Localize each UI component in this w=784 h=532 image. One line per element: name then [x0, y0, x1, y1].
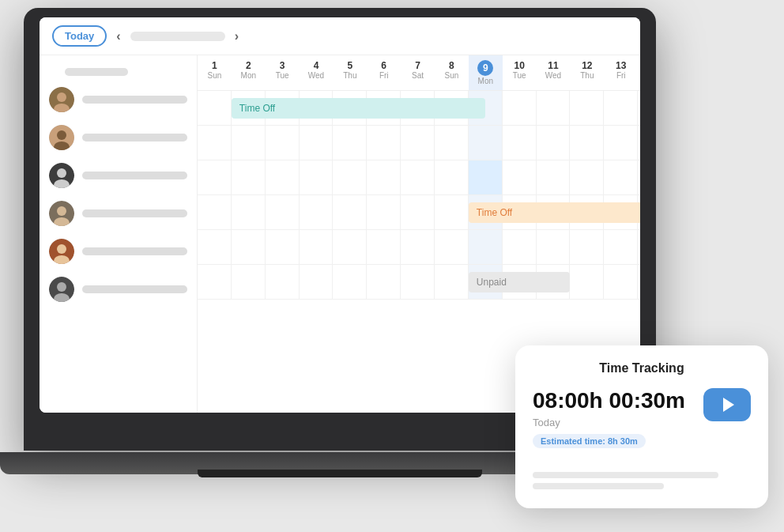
svg-point-1 [57, 92, 66, 102]
cell [570, 230, 604, 264]
cell [435, 230, 469, 264]
cell-today [469, 126, 503, 160]
cell [570, 126, 604, 160]
cell [401, 195, 435, 229]
avatar [49, 201, 74, 226]
cell [537, 160, 571, 194]
time-display: 08:00h 00:30m [533, 388, 685, 413]
sidebar-item [40, 194, 197, 232]
user-name-bar [82, 247, 187, 255]
avatar [49, 87, 74, 112]
day-header-11: 11 Wed [537, 55, 571, 90]
cell [435, 195, 469, 229]
calendar-row-6: Unpaid [198, 265, 640, 300]
cell [300, 195, 334, 229]
cell [401, 160, 435, 194]
cell [638, 160, 640, 194]
cell [503, 230, 537, 264]
cell [401, 265, 435, 299]
play-icon [723, 398, 734, 412]
svg-point-13 [57, 244, 66, 254]
cell-highlighted [469, 160, 503, 194]
day-header-6: 6 Fri [367, 55, 401, 90]
cell [198, 160, 232, 194]
cell [367, 160, 401, 194]
time-off-teal-bar: Time Off [232, 98, 485, 119]
cell [503, 160, 537, 194]
cell [638, 91, 640, 125]
cell [266, 160, 300, 194]
cell [435, 265, 469, 299]
cell [198, 126, 232, 160]
day-header-12: 12 Thu [570, 55, 604, 90]
cell [300, 126, 334, 160]
calendar-header: Today ‹ › [40, 17, 640, 55]
cell [435, 126, 469, 160]
cell [570, 265, 604, 299]
cell [401, 230, 435, 264]
calendar-row-2 [198, 126, 640, 160]
sidebar [40, 55, 198, 413]
user-name-bar [82, 96, 187, 104]
unpaid-bar: Unpaid [469, 272, 571, 292]
cell [198, 195, 232, 229]
cell [232, 160, 266, 194]
next-button[interactable]: › [235, 29, 239, 43]
cell [503, 126, 537, 160]
calendar-row-4: Time Off [198, 195, 640, 230]
cell [638, 230, 640, 264]
cell [266, 195, 300, 229]
date-range-display [130, 32, 225, 41]
day-headers: 1 Sun 2 Mon 3 Tue [198, 55, 640, 91]
cell [604, 230, 638, 264]
sidebar-item [40, 270, 197, 308]
cell [367, 230, 401, 264]
cell [604, 160, 638, 194]
sidebar-item [40, 119, 197, 157]
cell [333, 195, 367, 229]
cell [638, 126, 640, 160]
svg-point-16 [57, 282, 66, 292]
day-header-10: 10 Tue [503, 55, 537, 90]
cell [503, 91, 537, 125]
sidebar-header-placeholder [65, 68, 128, 76]
cell [333, 265, 367, 299]
cell [537, 126, 571, 160]
time-period-label: Today [533, 417, 685, 428]
svg-point-10 [57, 206, 66, 216]
cell [232, 230, 266, 264]
day-header-1: 1 Sun [198, 55, 232, 90]
svg-point-4 [57, 130, 66, 140]
day-header-7: 7 Sat [401, 55, 435, 90]
cell [232, 126, 266, 160]
avatar [49, 163, 74, 188]
user-name-bar [82, 134, 187, 141]
sidebar-item [40, 157, 197, 194]
day-header-5: 5 Thu [333, 55, 367, 90]
day-header-3: 3 Tue [266, 55, 300, 90]
time-off-orange-bar: Time Off [469, 202, 640, 223]
cell [266, 230, 300, 264]
cell [198, 230, 232, 264]
prev-button[interactable]: ‹ [116, 29, 120, 43]
cell [333, 160, 367, 194]
estimated-badge: Estimated time: 8h 30m [533, 434, 646, 448]
play-button[interactable] [703, 388, 751, 421]
cell [570, 160, 604, 194]
user-name-bar [82, 209, 187, 217]
cell [232, 265, 266, 299]
cell [401, 126, 435, 160]
card-time-info: 08:00h 00:30m Today Estimated time: 8h 3… [533, 388, 685, 461]
card-title: Time Tracking [533, 361, 751, 375]
cell [367, 195, 401, 229]
cell [570, 91, 604, 125]
avatar [49, 125, 74, 150]
avatar [49, 239, 74, 264]
day-header-14: 14 Sat [638, 55, 640, 90]
sidebar-item [40, 81, 197, 119]
cell [266, 126, 300, 160]
cell [435, 160, 469, 194]
sidebar-item [40, 232, 197, 270]
today-button[interactable]: Today [52, 25, 107, 47]
cell-today [469, 230, 503, 264]
